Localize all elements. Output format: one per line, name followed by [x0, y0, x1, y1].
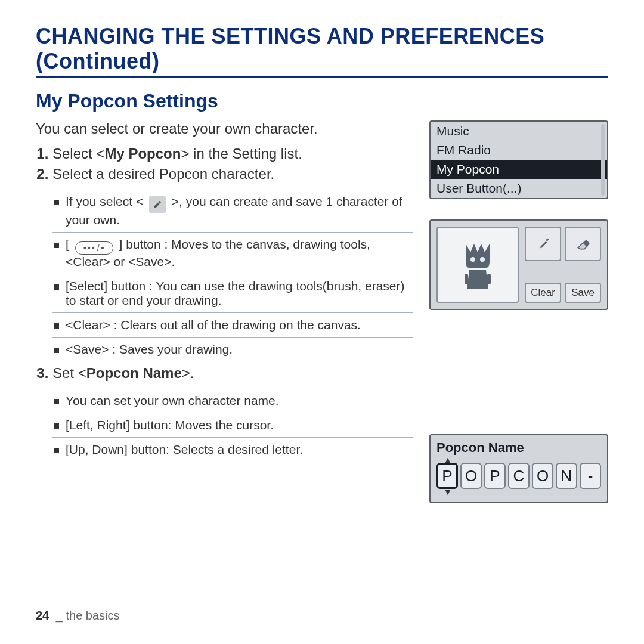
device-settings-list: Music FM Radio My Popcon User Button(...…	[429, 120, 608, 199]
tool-panel: Clear Save	[525, 227, 601, 303]
step1-strong: My Popcon	[104, 145, 181, 162]
list-item-music[interactable]: Music	[431, 122, 607, 141]
step2-b2a: [	[66, 237, 73, 251]
svg-rect-2	[465, 274, 468, 284]
save-button[interactable]: Save	[565, 283, 601, 303]
name-cell-5[interactable]: N	[556, 463, 577, 489]
step2-b1: If you select < >, you can create and sa…	[52, 190, 413, 233]
step3-post: >.	[182, 365, 194, 381]
clear-button[interactable]: Clear	[525, 283, 561, 303]
pencil-icon	[149, 196, 166, 213]
page-number: 24	[36, 609, 49, 622]
step3-b1: You can set your own character name.	[52, 389, 413, 413]
step-2: Select a desired Popcon character. If yo…	[52, 166, 413, 361]
name-cells: P O P C O N -	[436, 463, 601, 489]
page-title: CHANGING THE SETTINGS AND PREFERENCES (C…	[36, 24, 608, 78]
intro-text: You can select or create your own charac…	[36, 120, 413, 137]
step3-strong: Popcon Name	[86, 365, 182, 381]
name-cell-4[interactable]: O	[532, 463, 553, 489]
popcon-character-icon	[454, 238, 501, 292]
section-title: My Popcon Settings	[36, 90, 608, 112]
step3-b2: [Left, Right] button: Moves the cursor.	[52, 413, 413, 438]
step3-sublist: You can set your own character name. [Le…	[52, 385, 413, 462]
step3-pre: Set <	[52, 365, 86, 381]
step2-b5: <Save> : Saves your drawing.	[52, 338, 413, 361]
down-caret-icon[interactable]: ▼	[444, 489, 601, 495]
svg-rect-3	[487, 274, 491, 284]
name-cell-0[interactable]: P	[436, 463, 458, 489]
step-3: Set <Popcon Name>. You can set your own …	[52, 365, 413, 462]
eraser-icon	[575, 236, 591, 252]
instructions-column: You can select or create your own charac…	[36, 120, 413, 465]
steps-list: Select <My Popcon> in the Setting list. …	[36, 145, 413, 462]
list-scrollbar[interactable]	[601, 124, 605, 196]
name-cell-6[interactable]: -	[580, 463, 601, 489]
step2-b2: [ •••/• ] button : Moves to the canvas, …	[52, 233, 413, 274]
name-cell-1[interactable]: O	[460, 463, 482, 489]
device-screens-column: Music FM Radio My Popcon User Button(...…	[429, 120, 608, 503]
step2-text: Select a desired Popcon character.	[52, 166, 274, 182]
list-item-userbutton[interactable]: User Button(...)	[431, 179, 607, 198]
section-label: _ the basics	[52, 609, 119, 622]
eraser-tool[interactable]	[565, 227, 601, 261]
nav-button-icon: •••/•	[75, 242, 113, 255]
up-caret-icon[interactable]: ▲	[444, 457, 601, 463]
manual-page: CHANGING THE SETTINGS AND PREFERENCES (C…	[0, 0, 644, 644]
popcon-name-label: Popcon Name	[436, 440, 601, 456]
step2-b4: <Clear> : Clears out all of the drawing …	[52, 313, 413, 338]
brush-tool[interactable]	[525, 227, 561, 261]
list-item-fmradio[interactable]: FM Radio	[431, 141, 607, 160]
draw-canvas[interactable]	[436, 227, 519, 303]
content-columns: You can select or create your own charac…	[36, 120, 608, 503]
popcon-name-box: Popcon Name ▲ P O P C O N - ▼	[429, 434, 608, 503]
step2-sublist: If you select < >, you can create and sa…	[52, 186, 413, 361]
page-footer: 24 _ the basics	[36, 609, 120, 623]
step2-b3: [Select] button : You can use the drawin…	[52, 274, 413, 313]
step-1: Select <My Popcon> in the Setting list.	[52, 145, 413, 162]
brush-icon	[535, 236, 551, 252]
step1-pre: Select <	[52, 145, 104, 162]
spacer	[429, 330, 608, 414]
svg-point-0	[470, 257, 475, 262]
step2-b2b: ] button : Moves to the canvas, drawing …	[66, 237, 370, 268]
name-cell-2[interactable]: P	[484, 463, 506, 489]
popcon-editor: Clear Save	[429, 219, 608, 310]
svg-point-1	[480, 257, 485, 262]
step3-b3: [Up, Down] button: Selects a desired let…	[52, 438, 413, 462]
step2-b1a: If you select <	[66, 194, 147, 208]
step1-post: > in the Setting list.	[181, 145, 302, 162]
name-cell-3[interactable]: C	[508, 463, 530, 489]
list-item-mypopcon[interactable]: My Popcon	[431, 160, 607, 179]
